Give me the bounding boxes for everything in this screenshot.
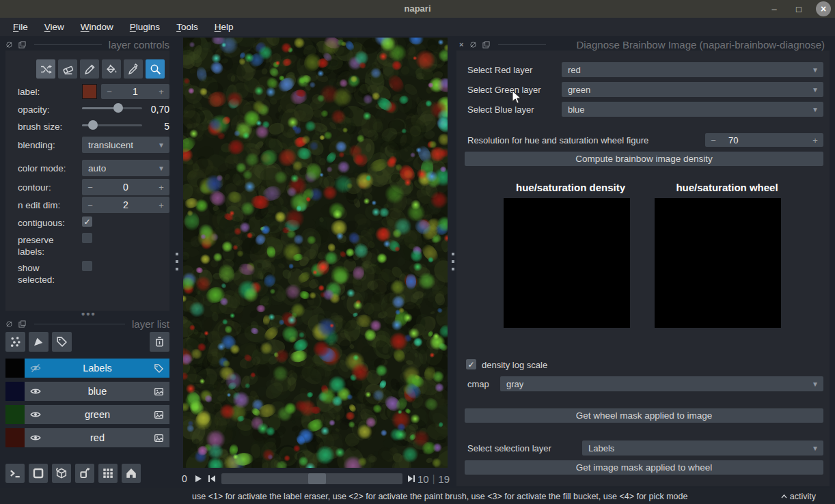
layer-row-red[interactable]: red xyxy=(5,428,169,447)
resolution-value[interactable]: 70 xyxy=(722,135,807,145)
decrement-icon[interactable]: − xyxy=(82,182,98,193)
resolution-spinbox[interactable]: − 70 + xyxy=(705,133,823,147)
layer-controls-title: layer controls xyxy=(109,39,169,51)
increment-icon[interactable]: + xyxy=(153,182,169,193)
fill-bucket-button[interactable] xyxy=(102,59,121,79)
roll-dimensions-button[interactable] xyxy=(52,464,71,483)
menu-window[interactable]: Window xyxy=(73,19,121,35)
minimize-button[interactable]: – xyxy=(767,1,782,16)
preserve-labels-checkbox[interactable] xyxy=(82,233,92,243)
close-dock-icon[interactable]: × xyxy=(459,40,463,48)
cmap-dropdown[interactable]: gray ▼ xyxy=(500,376,823,391)
blue-layer-dropdown[interactable]: blue ▼ xyxy=(562,102,823,117)
new-points-layer-button[interactable] xyxy=(5,332,25,352)
resolution-label: Resolution for hue and saturation wheel … xyxy=(467,135,648,145)
status-message: use <1> for activate the label eraser, u… xyxy=(192,492,687,501)
transpose-dimensions-button[interactable] xyxy=(75,464,94,483)
color-picker-button[interactable] xyxy=(124,59,143,79)
menu-plugins[interactable]: Plugins xyxy=(122,19,167,35)
play-icon[interactable] xyxy=(191,475,205,483)
splitter-handle[interactable] xyxy=(176,253,178,270)
menu-view[interactable]: View xyxy=(37,19,72,35)
layer-row-blue[interactable]: blue xyxy=(5,382,169,401)
label-color-swatch[interactable] xyxy=(82,84,97,99)
close-button[interactable]: × xyxy=(816,1,831,16)
red-layer-dropdown[interactable]: red ▼ xyxy=(562,62,823,77)
console-button[interactable] xyxy=(5,464,25,483)
label-value[interactable]: 1 xyxy=(118,86,153,97)
maximize-button[interactable]: □ xyxy=(791,1,806,16)
decrement-icon[interactable]: − xyxy=(82,200,98,210)
layer-name: red xyxy=(41,432,154,443)
paint-brush-button[interactable] xyxy=(80,59,99,79)
layer-list-header: layer list xyxy=(5,318,169,329)
n-edit-dim-value[interactable]: 2 xyxy=(98,199,153,210)
eye-icon[interactable] xyxy=(30,409,41,420)
compute-density-button[interactable]: Compute brainbow image density xyxy=(465,152,823,166)
contiguous-checkbox[interactable]: ✓ xyxy=(82,216,92,227)
frame-slider-handle[interactable] xyxy=(308,473,326,484)
increment-icon[interactable]: + xyxy=(807,135,823,145)
brush-size-slider[interactable] xyxy=(82,119,142,131)
title-bar: napari – □ × xyxy=(0,0,835,18)
eye-icon[interactable] xyxy=(30,386,41,397)
green-layer-value: green xyxy=(562,85,590,95)
blue-layer-label: Select Blue layer xyxy=(467,104,534,115)
menu-file[interactable]: File xyxy=(5,19,36,35)
layer-thumbnail xyxy=(5,428,25,447)
axis-label: 0 xyxy=(182,473,191,484)
contour-spinbox[interactable]: − 0 + xyxy=(82,179,169,195)
decrement-icon[interactable]: − xyxy=(101,87,118,97)
menu-help[interactable]: Help xyxy=(207,19,241,35)
opacity-label: opacity: xyxy=(18,104,50,115)
show-selected-checkbox[interactable] xyxy=(82,261,92,271)
hide-dock-icon[interactable] xyxy=(5,320,13,328)
label-spinbox[interactable]: − 1 + xyxy=(101,84,169,99)
float-dock-icon[interactable] xyxy=(18,41,26,48)
delete-layer-button[interactable] xyxy=(150,332,169,352)
first-frame-icon[interactable] xyxy=(205,475,219,483)
eye-icon[interactable] xyxy=(30,432,41,443)
activity-toggle[interactable]: activity xyxy=(781,492,816,501)
grid-view-button[interactable] xyxy=(98,464,118,483)
image-canvas[interactable] xyxy=(183,38,448,468)
new-shapes-layer-button[interactable] xyxy=(29,332,49,352)
color-mode-dropdown[interactable]: auto ▼ xyxy=(82,160,169,176)
image-mask-button[interactable]: Get image mask applied to wheel xyxy=(465,460,823,475)
splitter-handle[interactable] xyxy=(452,253,454,270)
blue-layer-value: blue xyxy=(562,104,585,115)
frame-slider[interactable] xyxy=(221,473,402,484)
decrement-icon[interactable]: − xyxy=(705,135,722,145)
shuffle-colors-button[interactable] xyxy=(36,59,55,79)
hide-dock-icon[interactable] xyxy=(469,41,477,48)
float-dock-icon[interactable] xyxy=(482,41,490,48)
menu-tools[interactable]: Tools xyxy=(169,19,206,35)
increment-icon[interactable]: + xyxy=(153,200,169,210)
green-layer-dropdown[interactable]: green ▼ xyxy=(562,82,823,97)
toggle-ndisplay-button[interactable] xyxy=(29,464,48,483)
selection-layer-dropdown[interactable]: Labels ▼ xyxy=(582,440,823,456)
float-dock-icon[interactable] xyxy=(18,320,26,328)
wheel-figure xyxy=(655,198,781,328)
new-labels-layer-button[interactable] xyxy=(52,332,72,352)
last-frame-icon[interactable] xyxy=(405,475,418,483)
image-layer-icon xyxy=(154,387,164,397)
contour-value[interactable]: 0 xyxy=(98,182,153,193)
chevron-down-icon: ▼ xyxy=(812,445,819,452)
eraser-button[interactable] xyxy=(58,59,77,79)
layer-thumbnail xyxy=(5,405,25,424)
n-edit-dim-spinbox[interactable]: − 2 + xyxy=(82,197,169,213)
layer-name: blue xyxy=(41,386,154,397)
preserve-labels-label: preserve labels: xyxy=(18,234,72,257)
hide-dock-icon[interactable] xyxy=(5,41,13,48)
eye-slash-icon[interactable] xyxy=(30,363,41,374)
zoom-pan-button[interactable] xyxy=(146,59,165,79)
wheel-mask-button[interactable]: Get wheel mask applied to image xyxy=(465,408,823,423)
density-log-checkbox[interactable]: ✓ xyxy=(466,359,476,369)
increment-icon[interactable]: + xyxy=(153,87,169,97)
home-button[interactable] xyxy=(122,464,141,483)
layer-row-labels[interactable]: Labels xyxy=(5,359,169,378)
layer-row-green[interactable]: green xyxy=(5,405,169,424)
opacity-slider[interactable] xyxy=(82,102,142,114)
blending-dropdown[interactable]: translucent ▼ xyxy=(82,137,169,153)
